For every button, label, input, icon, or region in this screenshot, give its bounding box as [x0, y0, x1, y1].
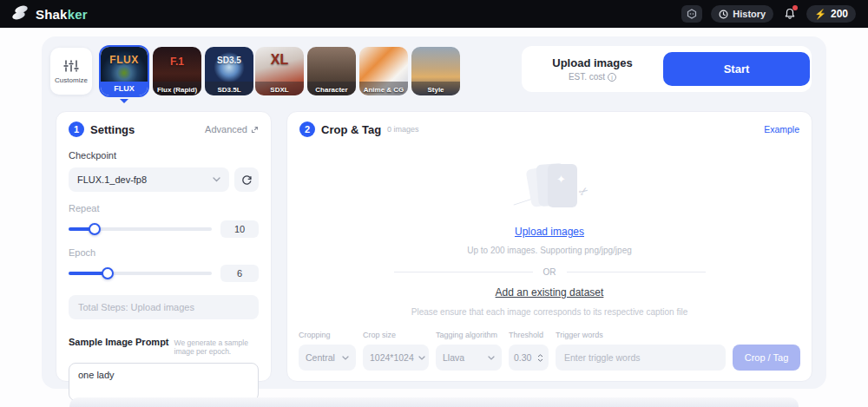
- history-label: History: [733, 9, 766, 19]
- repeat-slider[interactable]: [69, 227, 212, 231]
- notifications-button[interactable]: [782, 6, 798, 22]
- sample-prompt-label: Sample Image Prompt: [69, 337, 169, 347]
- step-number-badge: 2: [299, 121, 315, 137]
- expand-icon: [251, 126, 259, 134]
- flux-label: FLUX: [101, 82, 148, 95]
- checkpoint-value: FLUX.1_dev-fp8: [77, 174, 147, 185]
- advanced-link[interactable]: Advanced: [205, 124, 259, 135]
- example-link[interactable]: Example: [764, 124, 799, 135]
- step-number-badge: 1: [69, 121, 84, 137]
- cropping-label: Cropping: [299, 331, 356, 339]
- lightning-icon: ⚡: [814, 10, 826, 19]
- scissors-icon: ✂: [576, 183, 592, 200]
- credits-badge[interactable]: ⚡ 200: [806, 5, 856, 23]
- upload-hint: Up to 200 images. Supporting png/jpg/jpe…: [287, 246, 812, 255]
- sample-prompt-hint: We generate a sample image per epoch.: [174, 338, 259, 356]
- tagging-algorithm-label: Tagging algorithm: [436, 331, 502, 339]
- shakker-logo-icon: [12, 6, 30, 22]
- epoch-value: 6: [220, 265, 259, 282]
- history-button[interactable]: History: [711, 5, 773, 23]
- divider-line: [567, 272, 706, 272]
- flux-rapid-overlay-text: F.1: [153, 56, 201, 68]
- model-card-style[interactable]: Style: [411, 47, 460, 95]
- next-section-peek: [69, 397, 799, 407]
- upload-images-link[interactable]: Upload images: [515, 226, 584, 238]
- notification-dot: [792, 5, 798, 10]
- chevron-down-icon: [414, 356, 425, 360]
- divider-line: [394, 272, 533, 272]
- stepper-down-icon[interactable]: [537, 358, 543, 362]
- or-label: OR: [543, 267, 556, 277]
- tagging-value: Llava: [443, 352, 464, 363]
- threshold-stepper[interactable]: 0.30: [509, 345, 549, 371]
- stepper-up-icon[interactable]: [537, 354, 543, 358]
- main-content: Customize FLUX FLUX F.1 Flux (Rapid) SD3…: [42, 36, 826, 389]
- app-header: Shakker History ⚡ 200: [0, 0, 868, 28]
- crop-size-select[interactable]: 1024*1024: [363, 345, 429, 371]
- info-icon[interactable]: i: [608, 73, 616, 82]
- sdxl-overlay-text: XL: [255, 52, 304, 68]
- add-dataset-link[interactable]: Add an existing dataset: [496, 286, 604, 299]
- crop-size-label: Crop size: [363, 331, 429, 339]
- model-card-flux-selected[interactable]: FLUX FLUX: [99, 45, 149, 97]
- model-card-character[interactable]: Character: [307, 47, 356, 95]
- anime-cg-label: Anime & CG: [359, 86, 408, 94]
- flux-rapid-label: Flux (Rapid): [153, 86, 201, 94]
- epoch-slider[interactable]: [69, 272, 212, 275]
- cost-card: Upload images EST. cost i Start: [522, 46, 812, 92]
- trigger-words-input[interactable]: [556, 345, 726, 371]
- threshold-label: Threshold: [509, 331, 549, 339]
- model-card-flux-rapid[interactable]: F.1 Flux (Rapid): [153, 47, 201, 95]
- epoch-slider-thumb[interactable]: [102, 267, 114, 279]
- repeat-value: 10: [220, 220, 259, 238]
- start-button[interactable]: Start: [663, 52, 810, 86]
- total-steps-box: Total Steps: Upload images: [69, 295, 259, 319]
- crop-tag-title: Crop & Tag: [321, 123, 381, 136]
- settings-title: Settings: [90, 123, 135, 136]
- sliders-icon: [63, 59, 79, 73]
- sample-prompt-textarea[interactable]: one lady: [69, 363, 259, 401]
- epoch-label: Epoch: [69, 247, 259, 258]
- magic-wand-icon: ✦: [556, 173, 566, 186]
- dataset-hint: Please ensure that each image correspond…: [287, 307, 812, 317]
- upload-images-title: Upload images: [522, 56, 663, 69]
- upload-placeholder-illustration: ✦ ✂: [506, 162, 593, 216]
- est-cost-label: EST. cost: [569, 72, 605, 82]
- repeat-slider-thumb[interactable]: [89, 223, 101, 235]
- chevron-down-icon: [338, 356, 349, 360]
- brand-logo[interactable]: Shakker: [12, 6, 88, 22]
- tagging-algorithm-select[interactable]: Llava: [436, 345, 502, 371]
- brand-name: Shakker: [36, 7, 88, 22]
- sdxl-label: SDXL: [255, 86, 304, 94]
- flux-thumbnail: FLUX: [101, 47, 148, 82]
- hexagon-icon: [687, 9, 697, 19]
- advanced-label: Advanced: [205, 124, 247, 135]
- threshold-value: 0.30: [514, 352, 531, 363]
- model-card-customize[interactable]: Customize: [50, 48, 92, 95]
- crop-tag-button[interactable]: Crop / Tag: [733, 345, 800, 371]
- model-card-anime-cg[interactable]: Anime & CG: [359, 47, 408, 95]
- crop-size-value: 1024*1024: [370, 352, 414, 363]
- model-card-sdxl[interactable]: XL SDXL: [255, 47, 304, 95]
- refresh-icon: [241, 174, 253, 186]
- workspace-button[interactable]: [681, 5, 702, 23]
- crop-tag-panel: 2 Crop & Tag 0 images Example ✦ ✂ Upload…: [286, 111, 812, 382]
- refresh-checkpoints-button[interactable]: [234, 167, 259, 192]
- checkpoint-select[interactable]: FLUX.1_dev-fp8: [69, 167, 229, 192]
- credits-count: 200: [831, 8, 848, 20]
- model-card-sd35l[interactable]: SD3.5 SD3.5L: [205, 47, 253, 95]
- images-count: 0 images: [387, 125, 419, 134]
- cropping-value: Central: [306, 352, 335, 363]
- settings-panel: 1 Settings Advanced Checkpoint FLUX.1_de…: [56, 111, 272, 382]
- clock-icon: [719, 10, 728, 19]
- sd35-overlay-text: SD3.5: [205, 56, 253, 65]
- trigger-words-label: Trigger words: [556, 331, 726, 339]
- cropping-select[interactable]: Central: [299, 345, 356, 371]
- style-label: Style: [411, 86, 460, 94]
- sd35l-label: SD3.5L: [205, 86, 253, 94]
- chevron-down-icon: [213, 177, 220, 182]
- flux-overlay-text: FLUX: [101, 54, 148, 66]
- character-label: Character: [307, 86, 356, 94]
- checkpoint-label: Checkpoint: [69, 150, 259, 161]
- customize-label: Customize: [55, 76, 88, 84]
